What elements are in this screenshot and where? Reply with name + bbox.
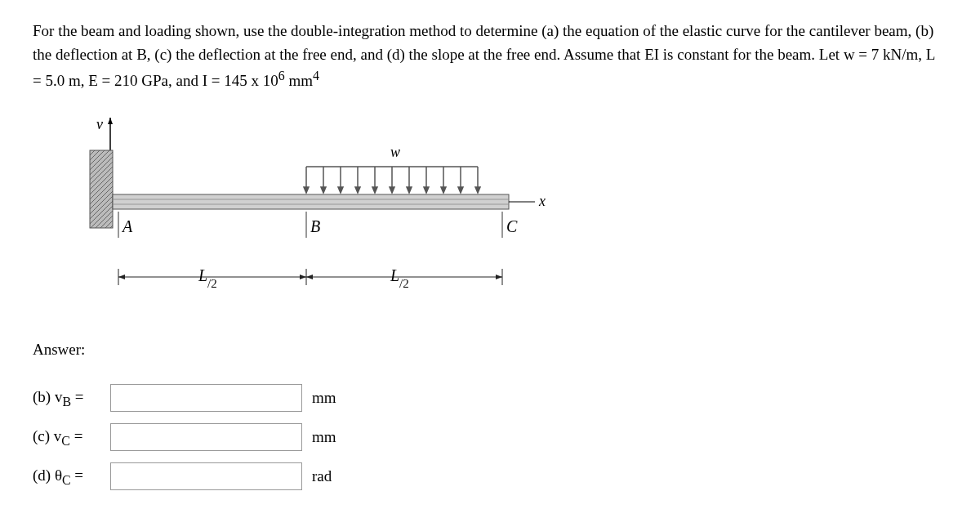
svg-marker-1 [108,118,113,124]
input-vb[interactable] [110,384,302,412]
answer-row-b: (b) vB = mm [33,384,947,412]
svg-rect-3 [90,150,113,228]
answer-header: Answer: [33,338,947,362]
problem-text-main: For the beam and loading shown, use the … [33,22,935,89]
unit-c: mm [312,426,336,449]
svg-text:w: w [390,144,400,160]
svg-marker-15 [321,187,326,193]
svg-text:/2: /2 [207,277,217,290]
svg-text:A: A [121,217,133,235]
beam-figure: v x w [74,118,547,306]
label-d: (d) θC = [33,464,110,490]
exponent-6: 6 [278,69,285,83]
unit-d: rad [312,465,332,489]
svg-text:x: x [538,193,546,209]
svg-text:C: C [506,217,518,235]
label-b: (b) vB = [33,386,110,412]
unit-b: mm [312,386,336,410]
answer-section: Answer: (b) vB = mm (c) vC = mm (d) θC =… [33,338,947,491]
svg-rect-6 [113,194,509,209]
input-thetac[interactable] [110,462,302,490]
svg-marker-27 [424,187,429,193]
svg-marker-47 [306,275,313,279]
svg-text:L: L [390,266,399,284]
input-vc[interactable] [110,423,302,451]
svg-text:L: L [198,266,207,284]
exponent-4: 4 [313,69,319,83]
svg-marker-33 [475,187,480,193]
problem-text-between: mm [285,72,313,89]
svg-marker-19 [355,187,360,193]
answer-row-c: (c) vC = mm [33,423,947,451]
svg-marker-21 [372,187,377,193]
svg-marker-17 [338,187,343,193]
svg-text:B: B [310,217,320,235]
svg-marker-43 [300,275,306,279]
svg-marker-42 [118,275,125,279]
svg-marker-31 [458,187,463,193]
label-c: (c) vC = [33,425,110,451]
problem-statement: For the beam and loading shown, use the … [33,20,947,93]
svg-text:/2: /2 [399,277,409,290]
svg-marker-23 [390,187,394,193]
svg-marker-29 [441,187,446,193]
svg-marker-48 [496,275,502,279]
svg-text:v: v [96,118,103,132]
answer-row-d: (d) θC = rad [33,462,947,490]
svg-marker-25 [407,187,412,193]
svg-marker-13 [304,187,309,193]
